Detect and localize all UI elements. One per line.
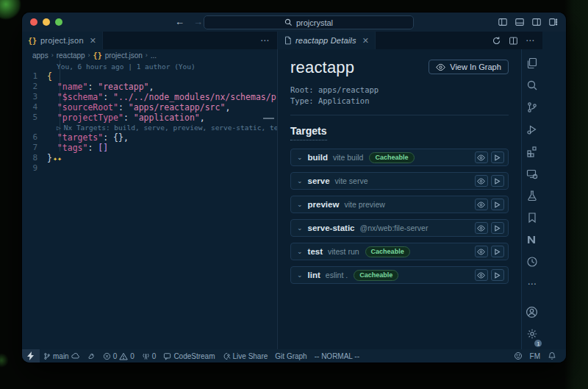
remote-indicator[interactable]	[22, 349, 40, 363]
navigate-forward-icon[interactable]: →	[193, 16, 203, 27]
sidebar-item-run-debug[interactable]	[522, 118, 542, 140]
chevron-down-icon[interactable]: ⌄	[297, 177, 303, 185]
sidebar-item-source-control[interactable]	[522, 96, 542, 118]
toggle-primary-sidebar-icon[interactable]	[498, 17, 508, 27]
target-row-test[interactable]: ⌄testvitest runCacheable	[290, 243, 509, 260]
tab-reactapp-details[interactable]: reactapp Details ✕	[278, 32, 376, 49]
sidebar-item-remote-explorer[interactable]	[522, 163, 542, 185]
close-window-button[interactable]	[30, 18, 37, 26]
sidebar-item-history[interactable]	[522, 251, 542, 273]
blame-codelens[interactable]: You, 6 hours ago | 1 author (You)	[22, 62, 277, 71]
code-line: 6 "targets": {},	[22, 132, 277, 143]
show-config-button[interactable]	[475, 199, 488, 210]
breadcrumb-separator-icon: ›	[51, 51, 54, 59]
ports-status[interactable]: 0	[138, 349, 160, 363]
target-name: build	[308, 153, 328, 162]
additional-views-icon[interactable]: ⋯	[522, 273, 542, 295]
run-target-button[interactable]	[491, 199, 504, 210]
settings-badge: 1	[534, 340, 542, 347]
target-row-serve-static[interactable]: ⌄serve-static@nx/web:file-server	[290, 219, 509, 237]
editor-pane[interactable]: apps›reactapp›{}project.json›... You, 6 …	[22, 49, 278, 349]
code-line: 4 "sourceRoot": "apps/reactapp/src",	[22, 102, 277, 113]
target-row-serve[interactable]: ⌄servevite serve	[290, 172, 509, 190]
command-center-text: projcrystal	[296, 18, 333, 27]
git-branch-status[interactable]: main	[40, 349, 84, 363]
feedback-smiley-status[interactable]	[510, 351, 526, 360]
close-tab-icon[interactable]: ✕	[362, 36, 369, 46]
show-config-button[interactable]	[475, 222, 488, 234]
target-row-build[interactable]: ⌄buildvite buildCacheable	[290, 149, 509, 166]
chevron-down-icon[interactable]: ⌄	[297, 201, 303, 208]
more-actions-icon[interactable]: ⋯	[526, 35, 535, 46]
code-token: :	[87, 82, 98, 92]
type-value: Application	[318, 96, 370, 105]
split-editor-icon[interactable]	[509, 36, 518, 46]
target-name: test	[308, 247, 323, 256]
git-graph-status[interactable]: Git Graph	[271, 349, 310, 363]
sidebar-item-testing[interactable]	[522, 185, 542, 207]
minimize-window-button[interactable]	[43, 18, 50, 26]
sidebar-item-search[interactable]	[522, 74, 542, 96]
code-token	[47, 82, 57, 92]
refresh-icon[interactable]	[492, 36, 501, 46]
notifications-status[interactable]	[544, 351, 560, 360]
maximize-window-button[interactable]	[55, 18, 62, 26]
run-target-button[interactable]	[491, 175, 504, 187]
show-config-button[interactable]	[475, 246, 488, 257]
run-target-button[interactable]	[491, 151, 504, 163]
view-in-graph-button[interactable]: View In Graph	[429, 60, 509, 74]
editor-group-more-actions-icon[interactable]: ⋯	[260, 35, 270, 46]
breadcrumb-item[interactable]: ...	[151, 51, 157, 60]
command-center-search[interactable]: projcrystal	[204, 15, 414, 29]
play-icon	[494, 225, 501, 232]
fm-status[interactable]: FM	[526, 352, 544, 360]
chevron-down-icon[interactable]: ⌄	[297, 224, 303, 232]
sidebar-item-nx-console[interactable]	[522, 229, 542, 251]
line-number: 5	[22, 113, 47, 123]
account-icon[interactable]	[526, 301, 538, 323]
vim-mode-status[interactable]: -- NORMAL --	[311, 349, 363, 363]
toggle-panel-icon[interactable]	[514, 17, 525, 27]
tab-project-json[interactable]: {} project.json ✕	[22, 32, 103, 49]
line-number: 7	[22, 143, 47, 153]
run-target-button[interactable]	[491, 222, 504, 234]
code-token: ,	[123, 132, 129, 143]
target-command: vite serve	[335, 176, 368, 185]
project-meta: Root: apps/reactapp Type: Application	[290, 85, 509, 107]
chevron-down-icon[interactable]: ⌄	[297, 271, 303, 279]
toggle-secondary-sidebar-icon[interactable]	[531, 17, 542, 27]
target-row-preview[interactable]: ⌄previewvite preview	[290, 196, 509, 213]
play-icon	[494, 178, 501, 185]
code-line: 9	[22, 163, 277, 174]
chevron-down-icon[interactable]: ⌄	[297, 248, 303, 255]
code-area[interactable]: You, 6 hours ago | 1 author (You)1{2 "na…	[22, 61, 277, 174]
breadcrumb-item[interactable]: project.json	[105, 51, 143, 60]
live-share-status[interactable]: Live Share	[219, 349, 272, 363]
close-tab-icon[interactable]: ✕	[90, 36, 96, 46]
problems-status[interactable]: 0 0	[99, 349, 138, 363]
target-row-lint[interactable]: ⌄linteslint .Cacheable	[290, 266, 509, 284]
code-text: "name": "reactapp",	[47, 82, 154, 92]
breadcrumb[interactable]: apps›reactapp›{}project.json›...	[22, 49, 277, 61]
code-token	[47, 92, 57, 102]
nx-targets-codelens[interactable]: ▷Nx Targets: build, serve, preview, serv…	[22, 123, 277, 132]
play-icon	[494, 272, 501, 279]
run-target-button[interactable]	[491, 269, 504, 281]
sidebar-item-extensions[interactable]	[522, 140, 542, 163]
sidebar-item-bookmarks[interactable]	[522, 207, 542, 229]
navigate-back-icon[interactable]: ←	[175, 16, 184, 27]
chevron-down-icon[interactable]: ⌄	[297, 154, 303, 161]
targets-list: ⌄buildvite buildCacheable⌄servevite serv…	[290, 149, 509, 284]
show-config-button[interactable]	[475, 175, 488, 187]
show-config-button[interactable]	[475, 269, 488, 281]
codestream-status[interactable]: CodeStream	[159, 349, 218, 363]
line-number: 2	[22, 82, 47, 92]
show-config-button[interactable]	[475, 151, 488, 163]
settings-gear-icon[interactable]: 1	[526, 323, 538, 345]
customize-layout-icon[interactable]	[548, 17, 559, 27]
breadcrumb-item[interactable]: reactapp	[57, 51, 85, 60]
sidebar-item-explorer[interactable]	[522, 52, 542, 74]
pet-status[interactable]	[84, 349, 99, 363]
breadcrumb-item[interactable]: apps	[32, 51, 49, 60]
run-target-button[interactable]	[491, 246, 504, 257]
